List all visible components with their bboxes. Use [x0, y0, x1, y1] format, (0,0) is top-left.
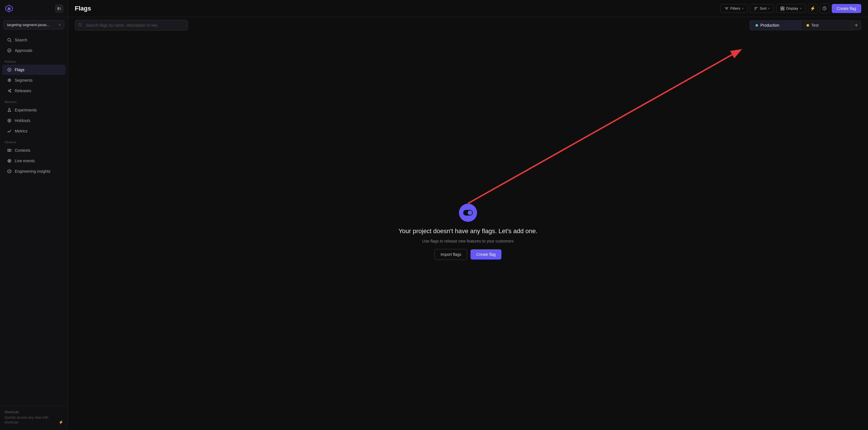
sidebar-item-label: Live events	[15, 159, 35, 163]
empty-state-icon	[459, 204, 477, 222]
svg-line-17	[9, 90, 10, 91]
sidebar-item-label: Flags	[15, 67, 24, 72]
empty-state-actions: Import flags Create flag	[435, 249, 501, 260]
svg-rect-36	[783, 7, 784, 8]
holdouts-icon	[7, 118, 12, 123]
display-button[interactable]: Display ▾	[776, 4, 806, 13]
empty-state-title: Your project doesn't have any flags. Let…	[399, 228, 538, 235]
sidebar-item-metrics[interactable]: Metrics	[2, 126, 65, 136]
sidebar-item-releases[interactable]: Releases	[2, 86, 65, 96]
sidebar-item-label: Releases	[15, 88, 31, 93]
sidebar-header	[0, 0, 68, 17]
svg-point-28	[9, 171, 10, 172]
env-dot-yellow	[807, 24, 809, 27]
approvals-icon	[7, 48, 12, 53]
plus-icon: +	[855, 22, 858, 29]
create-flag-label: Create flag	[837, 6, 856, 11]
empty-state: Your project doesn't have any flags. Let…	[68, 33, 868, 430]
live-events-icon	[7, 158, 12, 163]
sidebar-item-label: Approvals	[15, 48, 32, 53]
page-title: Flags	[75, 5, 91, 12]
sidebar-item-live-events[interactable]: Live events	[2, 156, 65, 166]
env-dot-green	[755, 24, 758, 27]
lightning-icon: ⚡	[59, 420, 63, 425]
display-label: Display	[786, 6, 798, 10]
sidebar-toggle-button[interactable]	[55, 4, 63, 12]
sidebar-item-label: Contexts	[15, 148, 30, 152]
env-tab-label: Production	[761, 23, 779, 28]
content-area: Production Test +	[68, 17, 868, 430]
sidebar-item-label: Metrics	[15, 129, 28, 133]
svg-point-23	[9, 150, 10, 151]
sidebar-navigation: Search Approvals Release Flags	[0, 32, 68, 406]
env-tab-label: Test	[811, 23, 819, 28]
segments-icon	[7, 78, 12, 83]
chevron-down-icon: ▾	[768, 7, 770, 10]
sidebar-item-experiments[interactable]: Experiments	[2, 105, 65, 115]
experiments-icon	[7, 108, 12, 113]
add-environment-button[interactable]: +	[851, 21, 861, 30]
contexts-icon	[7, 148, 12, 153]
sidebar-item-contexts[interactable]: Contexts	[2, 145, 65, 155]
engineering-icon	[7, 169, 12, 174]
shortcuts-description: Quickly access any view with shortcuts ⚡	[4, 415, 63, 425]
sidebar-item-label: Segments	[15, 78, 33, 83]
history-button[interactable]	[820, 4, 830, 13]
sidebar-item-label: Engineering insights	[15, 169, 51, 174]
svg-point-14	[8, 90, 9, 91]
sidebar-item-holdouts[interactable]: Holdouts	[2, 115, 65, 126]
create-flag-button[interactable]: Create flag	[832, 4, 861, 13]
sidebar-item-flags[interactable]: Flags	[2, 65, 65, 75]
measure-section-label: Measure	[0, 96, 68, 105]
search-input-wrap	[75, 20, 188, 31]
main-content: Flags Filters ▾ Sort ▾	[68, 0, 868, 430]
svg-rect-3	[58, 7, 59, 10]
svg-point-7	[8, 49, 11, 52]
svg-line-18	[9, 91, 10, 92]
project-selector[interactable]: targeting-segment-javas... ▾	[3, 20, 64, 29]
chevron-down-icon: ▾	[59, 23, 61, 27]
sidebar: targeting-segment-javas... ▾ Search Appr…	[0, 0, 68, 430]
sidebar-item-label: Search	[15, 38, 27, 42]
import-flags-button[interactable]: Import flags	[435, 249, 467, 260]
lightning-icon: ⚡	[810, 6, 815, 11]
env-tab-test[interactable]: Test	[801, 20, 851, 30]
chevron-down-icon: ▾	[742, 7, 743, 10]
create-flag-empty-label: Create flag	[476, 252, 495, 257]
empty-state-subtitle: Use flags to release new features to you…	[423, 239, 514, 243]
search-input[interactable]	[75, 20, 188, 31]
svg-rect-38	[783, 9, 784, 10]
svg-line-6	[10, 41, 11, 42]
toggle-icon	[463, 210, 473, 216]
observe-section-label: Observe	[0, 137, 68, 145]
svg-point-26	[9, 161, 10, 161]
svg-rect-35	[781, 7, 782, 8]
sidebar-item-engineering-insights[interactable]: Engineering insights	[2, 166, 65, 176]
filters-button[interactable]: Filters ▾	[720, 4, 748, 13]
lightning-action-button[interactable]: ⚡	[808, 4, 817, 13]
sidebar-item-approvals[interactable]: Approvals	[2, 46, 65, 56]
metrics-icon	[7, 128, 12, 134]
svg-marker-2	[8, 8, 10, 10]
filter-row: Production Test +	[68, 17, 868, 33]
shortcuts-title: Shortcuts	[4, 410, 63, 414]
app-logo	[4, 4, 13, 13]
sidebar-item-label: Holdouts	[15, 118, 30, 123]
sidebar-item-search[interactable]: Search	[2, 35, 65, 45]
filters-label: Filters	[730, 6, 740, 10]
sidebar-item-segments[interactable]: Segments	[2, 75, 65, 85]
import-flags-label: Import flags	[440, 252, 461, 257]
svg-point-10	[9, 69, 10, 70]
create-flag-empty-button[interactable]: Create flag	[470, 249, 501, 260]
env-tab-production[interactable]: Production	[750, 20, 801, 30]
flag-icon	[7, 67, 12, 72]
environment-tabs: Production Test +	[190, 20, 861, 30]
svg-line-41	[81, 26, 82, 27]
sort-label: Sort	[760, 6, 767, 10]
project-name: targeting-segment-javas...	[7, 23, 50, 27]
svg-point-20	[8, 119, 11, 122]
sort-button[interactable]: Sort ▾	[750, 4, 774, 13]
svg-line-43	[468, 51, 740, 203]
chevron-down-icon: ▾	[800, 7, 801, 10]
shortcuts-section: Shortcuts Quickly access any view with s…	[0, 406, 68, 430]
